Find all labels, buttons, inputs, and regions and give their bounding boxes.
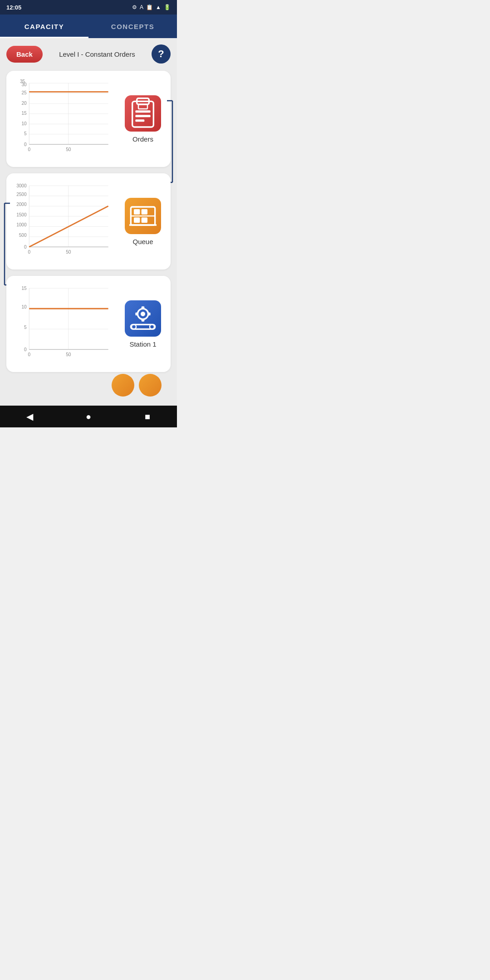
partial-icon-1 (112, 374, 134, 397)
svg-rect-25 (135, 119, 144, 122)
svg-text:0: 0 (24, 245, 27, 250)
status-bar: 12:05 ⚙ A 📋 ▲ 🔋 (0, 0, 177, 15)
tab-bar: CAPACITY CONCEPTS (0, 15, 177, 38)
page-title: Level I - Constant Orders (43, 50, 152, 58)
home-nav-button[interactable]: ● (79, 407, 98, 426)
station1-icon-box (125, 300, 161, 337)
status-icons: ⚙ A 📋 ▲ 🔋 (132, 4, 171, 10)
svg-rect-24 (135, 115, 150, 117)
orders-icon-box (125, 95, 161, 132)
chart-orders: 0 5 10 15 20 25 30 35 (14, 78, 116, 160)
bottom-nav: ◀ ● ■ (0, 406, 177, 427)
status-time: 12:05 (6, 4, 21, 11)
svg-text:3000: 3000 (16, 183, 27, 188)
help-button[interactable]: ? (152, 44, 171, 64)
cards-container: 0 5 10 15 20 25 30 35 (6, 71, 171, 397)
svg-rect-54 (142, 209, 147, 215)
chart-station1: 0 5 10 15 0 50 (14, 283, 116, 365)
tab-concepts[interactable]: CONCEPTS (88, 15, 177, 38)
station1-icon-area: Station 1 (122, 300, 163, 348)
svg-text:2500: 2500 (16, 192, 27, 197)
card-queue: 0 500 1000 1500 2000 2500 3000 (6, 173, 171, 270)
svg-rect-80 (135, 312, 138, 315)
queue-chart-svg: 0 500 1000 1500 2000 2500 3000 (14, 181, 116, 262)
svg-text:35: 35 (20, 79, 25, 84)
svg-point-77 (141, 312, 145, 316)
back-nav-button[interactable]: ◀ (20, 407, 39, 426)
svg-rect-79 (142, 318, 145, 322)
svg-text:0: 0 (28, 352, 30, 357)
svg-text:500: 500 (19, 233, 27, 238)
recents-nav-button[interactable]: ■ (138, 407, 157, 426)
svg-text:50: 50 (66, 250, 71, 255)
svg-rect-56 (142, 217, 147, 223)
font-icon: A (140, 4, 143, 10)
card-orders: 0 5 10 15 20 25 30 35 (6, 71, 171, 167)
main-content: Back Level I - Constant Orders ? 0 5 10 … (0, 38, 177, 406)
header-row: Back Level I - Constant Orders ? (6, 44, 171, 64)
orders-icon (125, 95, 161, 132)
svg-rect-55 (134, 217, 140, 223)
svg-rect-53 (134, 209, 140, 215)
svg-rect-82 (131, 324, 155, 329)
chart-queue: 0 500 1000 1500 2000 2500 3000 (14, 181, 116, 262)
svg-rect-78 (142, 306, 145, 309)
svg-text:1000: 1000 (16, 222, 27, 227)
svg-rect-23 (135, 110, 150, 113)
svg-text:1500: 1500 (16, 212, 27, 217)
svg-text:5: 5 (24, 325, 27, 330)
tab-capacity[interactable]: CAPACITY (0, 15, 88, 38)
svg-text:25: 25 (21, 90, 27, 95)
station1-label: Station 1 (129, 340, 156, 348)
svg-text:10: 10 (21, 121, 27, 126)
settings-icon: ⚙ (132, 4, 137, 10)
queue-icon-box (125, 198, 161, 234)
svg-text:10: 10 (21, 304, 27, 309)
queue-label: Queue (132, 238, 153, 245)
clipboard-icon: 📋 (146, 4, 153, 10)
svg-text:0: 0 (24, 142, 27, 147)
orders-icon-area: Orders (122, 95, 163, 143)
orders-chart-svg: 0 5 10 15 20 25 30 35 (14, 78, 116, 160)
partial-icons (6, 374, 171, 397)
svg-text:50: 50 (66, 147, 71, 152)
svg-rect-21 (132, 101, 154, 127)
svg-text:5: 5 (24, 131, 27, 136)
svg-text:0: 0 (24, 347, 27, 352)
queue-icon (125, 198, 161, 234)
back-button[interactable]: Back (6, 46, 43, 63)
station1-icon (125, 300, 161, 337)
orders-label: Orders (132, 135, 153, 143)
signal-icon: ▲ (156, 4, 161, 10)
svg-text:15: 15 (21, 286, 27, 291)
battery-icon: 🔋 (164, 4, 171, 10)
svg-text:15: 15 (21, 111, 27, 116)
partial-icon-2 (139, 374, 162, 397)
svg-text:2000: 2000 (16, 202, 27, 207)
svg-rect-81 (147, 312, 151, 315)
svg-text:0: 0 (28, 147, 30, 152)
card-station1: 0 5 10 15 0 50 (6, 276, 171, 372)
svg-text:0: 0 (28, 250, 30, 255)
svg-text:20: 20 (21, 101, 27, 106)
station1-chart-svg: 0 5 10 15 0 50 (14, 283, 116, 365)
svg-text:50: 50 (66, 352, 71, 357)
queue-icon-area: Queue (122, 198, 163, 245)
